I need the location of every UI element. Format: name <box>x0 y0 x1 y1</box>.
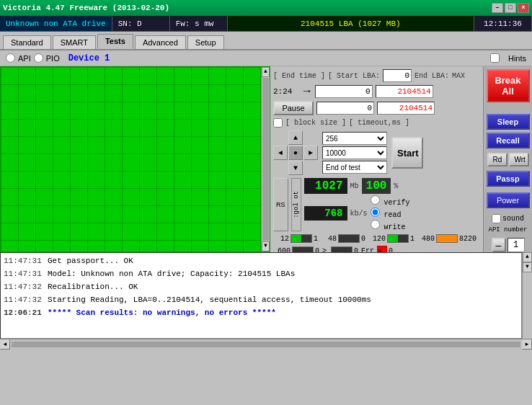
timeout-label: [ timeout,ms ] <box>349 119 409 127</box>
log-entry: 11:47:31Model: Unknown non ATA drive; Ca… <box>4 267 518 280</box>
drive-name[interactable]: Unknown non ATA drive <box>0 16 112 31</box>
direction-pad: ▲ ◄ ● ► ▼ <box>273 130 318 175</box>
device-label: Device 1 <box>68 53 110 63</box>
speed-row: RS :gol ot 1027 Mb 100 % 768 kb/s <box>273 178 480 231</box>
log-scroll-down[interactable]: ▼ <box>523 262 532 272</box>
pio-radio[interactable] <box>34 53 43 63</box>
lba-input-1[interactable] <box>315 85 373 98</box>
sn-label: SN: <box>118 19 133 28</box>
hscroll-right[interactable]: ► <box>522 339 532 350</box>
hints-label: Hints <box>508 54 526 63</box>
minimize-button[interactable]: – <box>492 3 503 13</box>
tab-advanced[interactable]: Advanced <box>135 35 186 49</box>
verify-label: verify <box>384 199 410 207</box>
vertical-scrollbar[interactable]: ▲ ▼ <box>261 67 270 252</box>
wrt-button[interactable]: Wrt <box>509 153 529 166</box>
sn-value: D <box>137 19 142 28</box>
block-timeout-row: [ block size ] [ timeout,ms ] <box>273 118 480 128</box>
start-lba-input[interactable] <box>383 69 412 82</box>
log-label: :gol ot <box>293 191 300 218</box>
lba-info: 2104515 LBA (1027 MB) <box>228 16 474 31</box>
block-checkbox[interactable] <box>273 118 283 128</box>
pio-label: PIO <box>46 54 60 63</box>
log-text: Get passport... OK <box>48 257 133 265</box>
end-of-test-select[interactable]: End of test <box>322 161 387 174</box>
info-bar: Unknown non ATA drive SN: D Fw: s mw 210… <box>0 16 532 32</box>
scroll-up-button[interactable]: ▲ <box>262 67 270 77</box>
end-lba-max: MAX <box>452 72 465 80</box>
titlebar: Victoria 4.47 Freeware (2013-02-20) – □ … <box>0 0 532 16</box>
pause-button[interactable]: Pause <box>273 101 314 115</box>
dpad-down[interactable]: ▼ <box>288 161 303 175</box>
bar-120-indicator <box>387 234 409 243</box>
close-button[interactable]: × <box>518 3 529 13</box>
time-value-row: 2:24 → <box>273 85 480 98</box>
dpad-right[interactable]: ► <box>303 146 318 160</box>
horizontal-scrollbar[interactable]: ◄ ► <box>0 339 532 349</box>
maximize-button[interactable]: □ <box>505 3 516 13</box>
hscroll-track[interactable] <box>12 342 520 347</box>
bar-48-indicator <box>338 234 360 243</box>
block-size-select[interactable]: 256128512 <box>322 132 387 145</box>
log-scroll-up[interactable]: ▲ <box>523 252 532 262</box>
dpad-center[interactable]: ● <box>288 146 303 160</box>
tab-smart[interactable]: SMART <box>53 35 96 49</box>
fw-label: Fw: s mw <box>176 19 214 28</box>
start-button[interactable]: Start <box>391 137 423 169</box>
power-button[interactable]: Power <box>487 192 530 208</box>
sound-checkbox[interactable] <box>492 214 501 223</box>
write-radio[interactable] <box>371 220 380 229</box>
sleep-button[interactable]: Sleep <box>487 114 530 130</box>
decrement-button[interactable]: – <box>492 238 506 252</box>
recall-button[interactable]: Recall <box>487 133 530 148</box>
verify-radio[interactable] <box>371 195 380 205</box>
log-panel[interactable]: 11:47:31Get passport... OK11:47:31Model:… <box>0 252 522 339</box>
dpad-up[interactable]: ▲ <box>288 130 303 145</box>
bottom-area: 11:47:31Get passport... OK11:47:31Model:… <box>0 252 532 339</box>
tab-bar: Standard SMART Tests Advanced Setup <box>0 32 532 50</box>
timeout-select[interactable]: 1000050001000 <box>322 146 387 159</box>
hints-checkbox[interactable] <box>490 53 500 63</box>
app-title: Victoria 4.47 Freeware (2013-02-20) <box>3 4 492 12</box>
time-lba-row: [ End time ] [ Start LBA: End LBA: MAX <box>273 69 480 82</box>
grid-area: ▲ ▼ <box>0 66 270 252</box>
drive-label: Unknown non ATA drive <box>6 19 106 28</box>
scroll-down-button[interactable]: ▼ <box>262 241 270 252</box>
bar-120: 120 1 <box>368 234 414 243</box>
lba-value: 2104515 LBA (1027 MB) <box>301 19 401 28</box>
api-radio[interactable] <box>6 53 15 63</box>
log-text: Starting Reading, LBA=0..2104514, sequen… <box>48 295 371 304</box>
mb-unit: Mb <box>350 182 359 190</box>
lba-input-max[interactable] <box>376 85 433 98</box>
bar-480-indicator <box>436 234 458 243</box>
clock: 12:11:36 <box>474 16 532 31</box>
serial-number: SN: D <box>112 16 170 31</box>
hscroll-left[interactable]: ◄ <box>0 339 10 350</box>
rs-button[interactable]: RS <box>273 178 288 231</box>
log-text: Recalibration... OK <box>48 282 138 291</box>
end-time-label: [ End time ] <box>273 72 325 80</box>
time-arrow: → <box>303 85 311 98</box>
lba-input-end[interactable] <box>377 102 435 115</box>
rd-button[interactable]: Rd <box>487 153 507 166</box>
log-entry: 11:47:32Starting Reading, LBA=0..2104514… <box>4 293 518 306</box>
lba-input-2[interactable] <box>316 102 374 115</box>
options-bar: API PIO Device 1 Hints <box>0 50 532 66</box>
tab-setup[interactable]: Setup <box>187 35 224 49</box>
tab-standard[interactable]: Standard <box>3 35 51 49</box>
window-controls: – □ × <box>492 3 529 13</box>
api-label: API <box>18 54 31 63</box>
time-value: 12:11:36 <box>484 19 522 28</box>
log-scrollbar[interactable]: ▲ ▼ <box>522 252 532 339</box>
bar-48: 48 0 <box>321 234 365 243</box>
api-radio-group: API PIO <box>6 53 60 63</box>
block-size-label: [ block size ] <box>285 119 346 127</box>
scroll-thumb[interactable] <box>262 78 269 241</box>
tab-tests[interactable]: Tests <box>97 34 133 49</box>
log-timestamp: 12:06:21 <box>4 308 43 317</box>
read-label: read <box>384 211 402 219</box>
break-all-button[interactable]: Break All <box>487 69 530 102</box>
passp-button[interactable]: Passp <box>487 171 530 187</box>
read-radio[interactable] <box>371 208 380 217</box>
dpad-left[interactable]: ◄ <box>273 146 288 160</box>
